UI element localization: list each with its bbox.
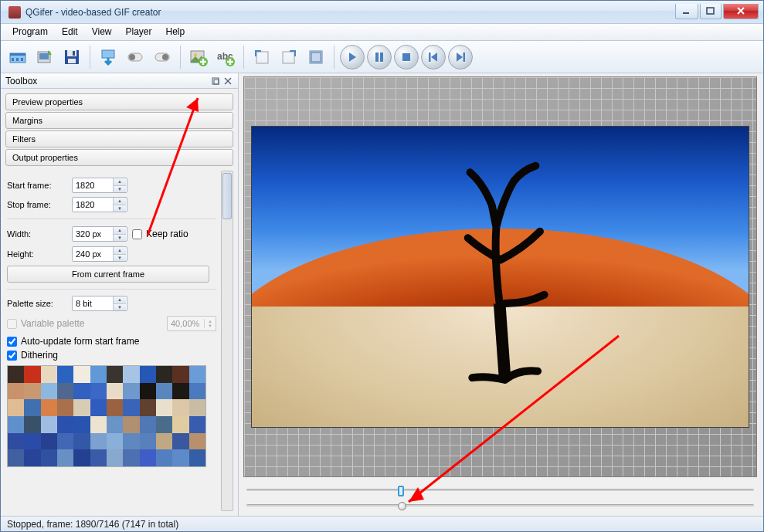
section-filters[interactable]: Filters bbox=[5, 130, 233, 147]
svg-rect-30 bbox=[429, 53, 431, 62]
window-title: QGifer - video-based GIF creator bbox=[25, 7, 161, 18]
palette-swatch bbox=[90, 399, 107, 416]
menu-program[interactable]: Program bbox=[5, 24, 55, 40]
svg-rect-27 bbox=[375, 53, 379, 62]
menu-help[interactable]: Help bbox=[159, 24, 192, 40]
menubar: Program Edit View Player Help bbox=[1, 24, 763, 41]
toolbox-scrollbar[interactable] bbox=[221, 171, 233, 511]
menu-view[interactable]: View bbox=[85, 24, 119, 40]
palette-swatch bbox=[8, 449, 24, 466]
stopframe-input[interactable]: ▲▼ bbox=[72, 197, 127, 212]
close-panel-icon[interactable] bbox=[222, 76, 233, 86]
mark-out-button[interactable] bbox=[150, 45, 175, 69]
svg-rect-4 bbox=[12, 58, 14, 61]
export-down-button[interactable] bbox=[96, 45, 121, 69]
svg-rect-24 bbox=[283, 52, 294, 63]
palette-swatch bbox=[123, 383, 139, 400]
toolbox-body: Preview properties Margins Filters Outpu… bbox=[1, 89, 238, 516]
palette-swatch bbox=[123, 433, 139, 450]
svg-rect-33 bbox=[214, 80, 219, 84]
svg-point-15 bbox=[129, 54, 135, 60]
palette-swatch bbox=[57, 399, 73, 416]
open-video-button[interactable] bbox=[5, 45, 30, 69]
position-slider[interactable] bbox=[243, 497, 757, 513]
crop-tr-button[interactable] bbox=[277, 45, 301, 69]
svg-point-17 bbox=[162, 54, 168, 60]
sliders-area bbox=[243, 482, 757, 513]
palette-swatch bbox=[90, 383, 107, 400]
palettesize-label: Palette size: bbox=[7, 299, 67, 308]
palette-swatch bbox=[41, 399, 57, 416]
palette-swatch bbox=[156, 383, 172, 400]
svg-rect-11 bbox=[68, 59, 76, 63]
startframe-input[interactable]: ▲▼ bbox=[72, 178, 127, 193]
close-button[interactable] bbox=[723, 4, 759, 19]
palette-swatch bbox=[123, 366, 139, 383]
app-icon bbox=[8, 6, 21, 19]
palette-swatch bbox=[140, 399, 156, 416]
dithering-checkbox[interactable]: Dithering bbox=[7, 350, 216, 361]
height-input[interactable]: ▲▼ bbox=[72, 246, 127, 262]
palette-swatch bbox=[24, 449, 40, 466]
pause-button[interactable] bbox=[367, 45, 392, 69]
variablepalette-checkbox: Variable palette bbox=[7, 318, 85, 329]
palette-swatch bbox=[8, 383, 24, 400]
palette-swatch bbox=[41, 383, 57, 400]
save-button[interactable] bbox=[59, 45, 84, 69]
menu-edit[interactable]: Edit bbox=[55, 24, 85, 40]
palettesize-input[interactable]: ▲▼ bbox=[72, 296, 127, 311]
maximize-button[interactable] bbox=[700, 4, 722, 19]
app-window: QGifer - video-based GIF creator Program… bbox=[0, 0, 764, 532]
palette-swatch bbox=[41, 449, 57, 466]
palette-swatch bbox=[73, 433, 90, 450]
svg-rect-28 bbox=[380, 53, 383, 62]
from-current-frame-button[interactable]: From current frame bbox=[7, 266, 209, 283]
right-panel bbox=[239, 73, 763, 516]
palette-swatch bbox=[41, 433, 57, 450]
add-image-button[interactable] bbox=[186, 45, 211, 69]
spin-down-icon[interactable]: ▼ bbox=[114, 186, 126, 193]
stop-button[interactable] bbox=[394, 45, 419, 69]
undock-icon[interactable] bbox=[210, 76, 221, 86]
width-input[interactable]: ▲▼ bbox=[72, 226, 127, 242]
section-margins[interactable]: Margins bbox=[5, 112, 233, 129]
next-frame-button[interactable] bbox=[448, 45, 473, 69]
menu-player[interactable]: Player bbox=[119, 24, 159, 40]
keepratio-checkbox[interactable]: Keep ratio bbox=[132, 229, 188, 239]
export-gif-button[interactable] bbox=[32, 45, 57, 69]
section-preview[interactable]: Preview properties bbox=[5, 93, 233, 110]
play-button[interactable] bbox=[340, 45, 365, 69]
autoupdate-checkbox[interactable]: Auto-update form start frame bbox=[7, 336, 216, 347]
range-slider[interactable] bbox=[243, 482, 757, 497]
palette-swatch bbox=[156, 416, 172, 433]
palette-swatch bbox=[140, 416, 156, 433]
svg-rect-3 bbox=[10, 53, 25, 56]
palette-swatch bbox=[57, 383, 73, 400]
scrollbar-thumb[interactable] bbox=[222, 173, 232, 219]
palette-swatch bbox=[123, 399, 139, 416]
mark-in-button[interactable] bbox=[123, 45, 148, 69]
palette-swatch bbox=[172, 433, 188, 450]
range-handle[interactable] bbox=[398, 486, 404, 496]
palette-swatch bbox=[24, 416, 40, 433]
add-text-button[interactable]: abc bbox=[213, 45, 238, 69]
svg-rect-8 bbox=[39, 53, 49, 59]
section-output[interactable]: Output properties bbox=[5, 149, 233, 166]
crop-tl-button[interactable] bbox=[250, 45, 274, 69]
position-handle[interactable] bbox=[398, 502, 406, 510]
palette-swatch bbox=[8, 416, 24, 433]
width-label: Width: bbox=[7, 229, 67, 239]
crop-full-button[interactable] bbox=[304, 45, 328, 69]
palette-swatch bbox=[172, 416, 188, 433]
palette-swatch bbox=[73, 399, 90, 416]
svg-rect-10 bbox=[67, 50, 76, 56]
spin-up-icon[interactable]: ▲ bbox=[114, 178, 126, 186]
minimize-button[interactable] bbox=[675, 4, 698, 19]
height-label: Height: bbox=[7, 249, 67, 259]
palette-swatch bbox=[73, 366, 90, 383]
palette-swatch bbox=[57, 449, 73, 466]
prev-frame-button[interactable] bbox=[421, 45, 446, 69]
statusbar: Stopped, frame: 1890/7146 (7147 in total… bbox=[1, 516, 763, 531]
palette-grid bbox=[7, 365, 206, 467]
svg-rect-13 bbox=[102, 50, 114, 58]
